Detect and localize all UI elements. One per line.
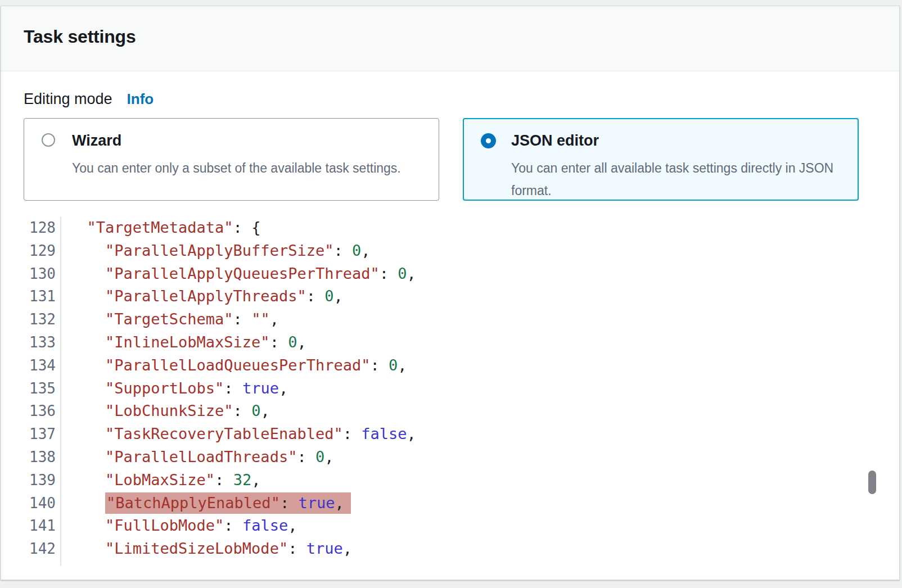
- line-number: 129: [1, 239, 61, 263]
- radio-button[interactable]: [42, 133, 55, 147]
- line-number: 139: [1, 469, 61, 492]
- code-content: "InlineLobMaxSize": 0,: [61, 331, 306, 354]
- code-content: "ParallelLoadThreads": 0,: [61, 446, 333, 469]
- code-line[interactable]: 138 "ParallelLoadThreads": 0,: [1, 446, 899, 469]
- line-number: 133: [1, 331, 61, 354]
- radio-column: [42, 132, 62, 200]
- radio-column: [481, 132, 501, 200]
- editing-mode-section: Editing mode Info: [24, 91, 877, 108]
- code-line[interactable]: 129 "ParallelApplyBufferSize": 0,: [1, 239, 899, 263]
- code-content: "TargetMetadata": {: [61, 216, 260, 239]
- code-content: "ParallelApplyBufferSize": 0,: [61, 239, 370, 263]
- line-number: 138: [1, 446, 61, 469]
- code-segment: "ParallelLoadQueuesPerThread": 0,: [105, 356, 407, 374]
- line-number: 137: [1, 423, 61, 446]
- line-number: 134: [1, 354, 61, 377]
- code-content: "ParallelApplyQueuesPerThread": 0,: [61, 263, 416, 286]
- radio-button[interactable]: [481, 133, 496, 148]
- code-line[interactable]: 142 "LimitedSizeLobMode": true,: [1, 537, 899, 560]
- code-line[interactable]: 136 "LobChunkSize": 0,: [1, 400, 899, 423]
- code-content: [61, 560, 69, 566]
- code-segment: "LobChunkSize": 0,: [105, 402, 270, 419]
- option-description: You can enter all available task setting…: [511, 157, 844, 202]
- json-editor[interactable]: 128 "TargetMetadata": { 129 "ParallelApp…: [1, 214, 899, 566]
- code-content: "BatchApplyEnabled": true,: [61, 492, 351, 515]
- code-line[interactable]: 132 "TargetSchema": "",: [1, 308, 899, 331]
- line-number: 131: [1, 285, 61, 308]
- code-line[interactable]: 134 "ParallelLoadQueuesPerThread": 0,: [1, 354, 899, 377]
- code-line[interactable]: 128 "TargetMetadata": {: [1, 216, 899, 239]
- line-number: 142: [1, 537, 61, 560]
- option-text: JSON editor You can enter all available …: [511, 132, 844, 200]
- code-line[interactable]: 139 "LobMaxSize": 32,: [1, 469, 899, 492]
- line-number: 132: [1, 308, 61, 331]
- code-segment: "ParallelLoadThreads": 0,: [105, 448, 333, 465]
- code-segment: "TaskRecoveryTableEnabled": false,: [105, 425, 416, 442]
- scrollbar-thumb[interactable]: [868, 471, 876, 494]
- code-segment: "ParallelApplyThreads": 0,: [105, 287, 343, 305]
- code-segment: "LobMaxSize": 32,: [105, 471, 260, 489]
- code-segment: "TargetSchema": "",: [105, 310, 279, 328]
- code-segment: "ParallelApplyQueuesPerThread": 0,: [105, 265, 416, 282]
- code-content: "TargetSchema": "",: [61, 308, 279, 331]
- page: { "panel": { "title": "Task settings" },…: [0, 0, 902, 588]
- code-content: "LobMaxSize": 32,: [61, 469, 260, 492]
- line-number: 135: [1, 377, 61, 400]
- code-content: "LobChunkSize": 0,: [61, 400, 270, 423]
- code-segment: "InlineLobMaxSize": 0,: [105, 333, 306, 351]
- code-line[interactable]: 141 "FullLobMode": false,: [1, 514, 899, 537]
- line-number: 141: [1, 514, 61, 537]
- line-number: [1, 560, 61, 566]
- editing-mode-options: Wizard You can enter only a subset of th…: [24, 118, 877, 201]
- code-segment: "ParallelApplyBufferSize": 0,: [105, 242, 370, 259]
- option-label: Wizard: [72, 132, 401, 150]
- editing-mode-option-wizard[interactable]: Wizard You can enter only a subset of th…: [24, 118, 439, 201]
- code-line[interactable]: 135 "SupportLobs": true,: [1, 377, 899, 400]
- line-number: 128: [1, 216, 61, 239]
- info-link[interactable]: Info: [127, 91, 154, 108]
- code-segment: "LimitedSizeLobMode": true,: [105, 540, 352, 557]
- page-title: Task settings: [24, 26, 877, 47]
- code-line[interactable]: 137 "TaskRecoveryTableEnabled": false,: [1, 423, 899, 446]
- code-segment: "TargetMetadata": {: [87, 219, 261, 236]
- code-line[interactable]: 131 "ParallelApplyThreads": 0,: [1, 285, 899, 308]
- code-content: "ParallelApplyThreads": 0,: [61, 285, 343, 308]
- code-segment: "SupportLobs": true,: [105, 379, 288, 397]
- option-label: JSON editor: [511, 132, 844, 150]
- task-settings-panel: Task settings Editing mode Info Wizard Y…: [1, 6, 900, 580]
- code-segment: "FullLobMode": false,: [105, 517, 297, 534]
- code-content: "FullLobMode": false,: [61, 514, 297, 537]
- option-text: Wizard You can enter only a subset of th…: [72, 132, 401, 200]
- code-line[interactable]: 140 "BatchApplyEnabled": true,: [1, 492, 899, 515]
- highlighted-code: "BatchApplyEnabled": true,: [105, 492, 351, 514]
- code-line[interactable]: 133 "InlineLobMaxSize": 0,: [1, 331, 899, 354]
- panel-header: Task settings: [1, 6, 899, 71]
- option-description: You can enter only a subset of the avail…: [72, 157, 401, 179]
- editing-mode-option-json-editor[interactable]: JSON editor You can enter all available …: [463, 118, 859, 201]
- code-content: "SupportLobs": true,: [61, 377, 288, 400]
- code-line[interactable]: 130 "ParallelApplyQueuesPerThread": 0,: [1, 263, 899, 286]
- line-number: 130: [1, 263, 61, 286]
- code-content: "TaskRecoveryTableEnabled": false,: [61, 423, 416, 446]
- code-content: "ParallelLoadQueuesPerThread": 0,: [61, 354, 407, 377]
- editing-mode-label: Editing mode: [24, 91, 112, 108]
- code-content: "LimitedSizeLobMode": true,: [61, 537, 352, 560]
- gutter-tail: [1, 560, 899, 566]
- line-number: 140: [1, 492, 61, 515]
- line-number: 136: [1, 400, 61, 423]
